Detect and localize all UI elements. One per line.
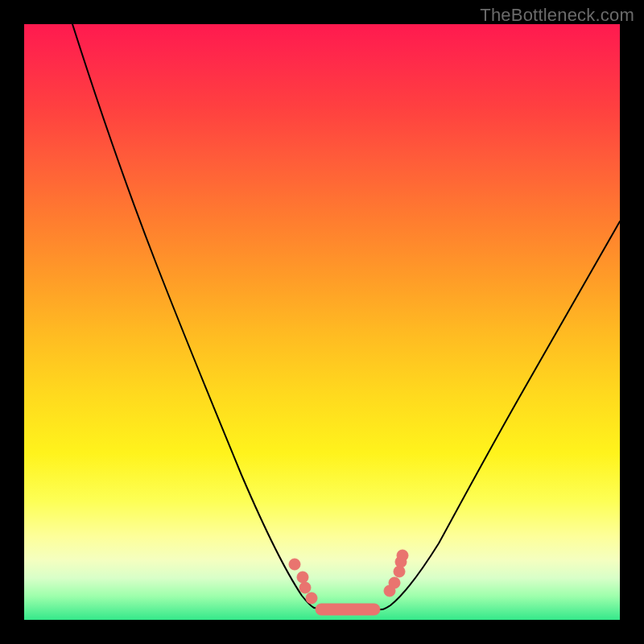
floor-pill-marker xyxy=(316,604,380,615)
marker-dot xyxy=(289,559,300,570)
marker-dot xyxy=(306,592,317,604)
marker-dot xyxy=(397,550,408,561)
chart-svg xyxy=(24,24,620,620)
marker-dot xyxy=(389,577,400,588)
right-curve xyxy=(382,221,620,609)
plot-frame xyxy=(24,24,620,620)
watermark-text: TheBottleneck.com xyxy=(480,5,634,26)
marker-dot xyxy=(299,582,311,593)
left-curve xyxy=(72,24,314,608)
marker-dot xyxy=(297,572,308,583)
